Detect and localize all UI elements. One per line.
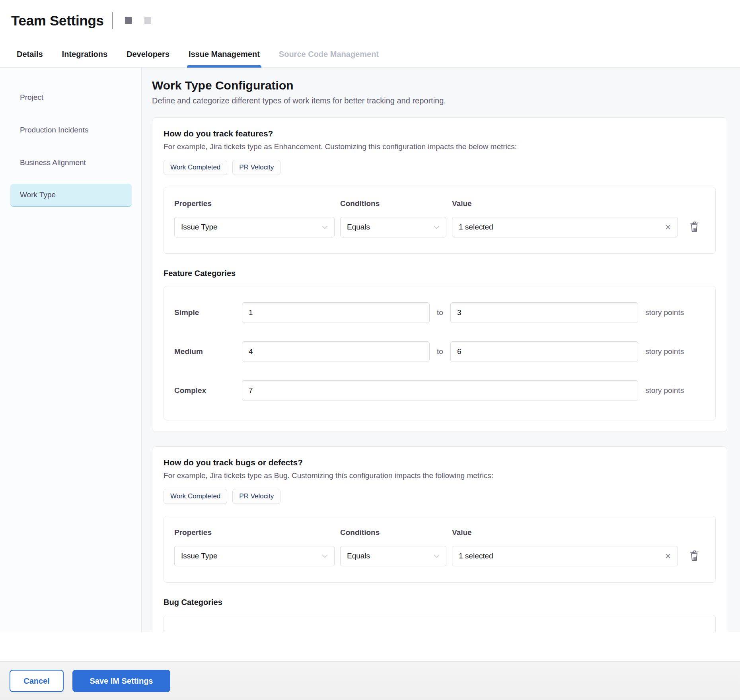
sidebar-item-production-incidents[interactable]: Production Incidents: [10, 119, 132, 142]
features-description: For example, Jira tickets type as Enhanc…: [164, 142, 716, 151]
value-label: Value: [452, 199, 678, 208]
bottom-spacer: [0, 632, 740, 661]
condition-select[interactable]: Equals: [340, 546, 446, 566]
clear-value-icon[interactable]: ✕: [665, 552, 671, 561]
range-joiner: to: [437, 308, 443, 317]
tab-integrations[interactable]: Integrations: [62, 41, 107, 67]
property-select[interactable]: Issue Type: [174, 546, 335, 566]
features-card: How do you track features? For example, …: [152, 117, 727, 432]
page-title: Team Settings: [11, 13, 104, 29]
sidebar-item-work-type[interactable]: Work Type: [10, 184, 132, 207]
cancel-button[interactable]: Cancel: [10, 670, 64, 692]
conditions-label: Conditions: [340, 528, 446, 537]
header-dark-square-icon: [125, 17, 132, 24]
property-select[interactable]: Issue Type: [174, 217, 335, 237]
medium-from-input[interactable]: [242, 341, 430, 362]
category-row-complex: Complex story points: [174, 380, 705, 401]
chevron-down-icon: [322, 226, 328, 229]
bug-categories-heading: Bug Categories: [164, 598, 716, 607]
features-filter-box: Properties Conditions Value Issue Type E…: [164, 187, 716, 254]
bugs-filter-box: Properties Conditions Value Issue Type E…: [164, 516, 716, 583]
properties-label: Properties: [174, 199, 335, 208]
title-separator: [112, 12, 113, 29]
tab-issue-management[interactable]: Issue Management: [189, 41, 260, 67]
metric-badge-work-completed: Work Completed: [164, 489, 227, 504]
category-label: Complex: [174, 386, 242, 395]
clear-value-icon[interactable]: ✕: [665, 223, 671, 232]
trash-icon: [689, 550, 699, 562]
bugs-metric-badges: Work Completed PR Velocity: [164, 489, 716, 504]
section-subtitle: Define and categorize different types of…: [152, 96, 727, 105]
medium-to-input[interactable]: [450, 341, 638, 362]
save-im-settings-button[interactable]: Save IM Settings: [72, 670, 170, 692]
body-row: Project Production Incidents Business Al…: [0, 68, 740, 632]
complex-input[interactable]: [242, 380, 638, 401]
tab-developers[interactable]: Developers: [127, 41, 169, 67]
metric-badge-pr-velocity: PR Velocity: [232, 489, 280, 504]
sidebar: Project Production Incidents Business Al…: [0, 68, 142, 632]
delete-filter-button[interactable]: [687, 219, 701, 235]
value-label: Value: [452, 528, 678, 537]
sidebar-item-business-alignment[interactable]: Business Alignment: [10, 151, 132, 174]
main-content: Work Type Configuration Define and categ…: [142, 68, 740, 632]
sidebar-item-project[interactable]: Project: [10, 86, 132, 109]
trash-icon: [689, 221, 699, 233]
range-joiner: to: [437, 347, 443, 356]
delete-filter-button[interactable]: [687, 548, 701, 564]
feature-categories-box: Simple to story points Medium to story p…: [164, 286, 716, 420]
category-label: Medium: [174, 347, 242, 356]
chevron-down-icon: [434, 554, 440, 558]
bugs-card: How do you track bugs or defects? For ex…: [152, 446, 727, 632]
category-row-medium: Medium to story points: [174, 341, 705, 362]
tab-source-code-management[interactable]: Source Code Management: [279, 41, 379, 67]
simple-to-input[interactable]: [450, 302, 638, 323]
unit-label: story points: [645, 347, 705, 356]
feature-categories-heading: Feature Categories: [164, 269, 716, 278]
bug-categories-box: [164, 615, 716, 632]
category-label: Simple: [174, 308, 242, 317]
condition-select[interactable]: Equals: [340, 217, 446, 237]
value-select[interactable]: 1 selected ✕: [452, 546, 678, 566]
header-light-square-icon: [144, 17, 151, 24]
tab-details[interactable]: Details: [17, 41, 43, 67]
features-metric-badges: Work Completed PR Velocity: [164, 160, 716, 175]
unit-label: story points: [645, 386, 705, 395]
metric-badge-work-completed: Work Completed: [164, 160, 227, 175]
simple-from-input[interactable]: [242, 302, 430, 323]
value-select[interactable]: 1 selected ✕: [452, 217, 678, 237]
unit-label: story points: [645, 308, 705, 317]
properties-label: Properties: [174, 528, 335, 537]
app-header: Team Settings: [0, 0, 740, 41]
chevron-down-icon: [434, 226, 440, 229]
settings-tab-bar: Details Integrations Developers Issue Ma…: [0, 41, 740, 68]
chevron-down-icon: [322, 554, 328, 558]
category-row-simple: Simple to story points: [174, 302, 705, 323]
section-title: Work Type Configuration: [152, 79, 727, 92]
footer-action-bar: Cancel Save IM Settings: [0, 661, 740, 700]
bugs-heading: How do you track bugs or defects?: [164, 458, 716, 467]
metric-badge-pr-velocity: PR Velocity: [232, 160, 280, 175]
features-heading: How do you track features?: [164, 129, 716, 138]
bugs-description: For example, Jira tickets type as Bug. C…: [164, 471, 716, 480]
conditions-label: Conditions: [340, 199, 446, 208]
